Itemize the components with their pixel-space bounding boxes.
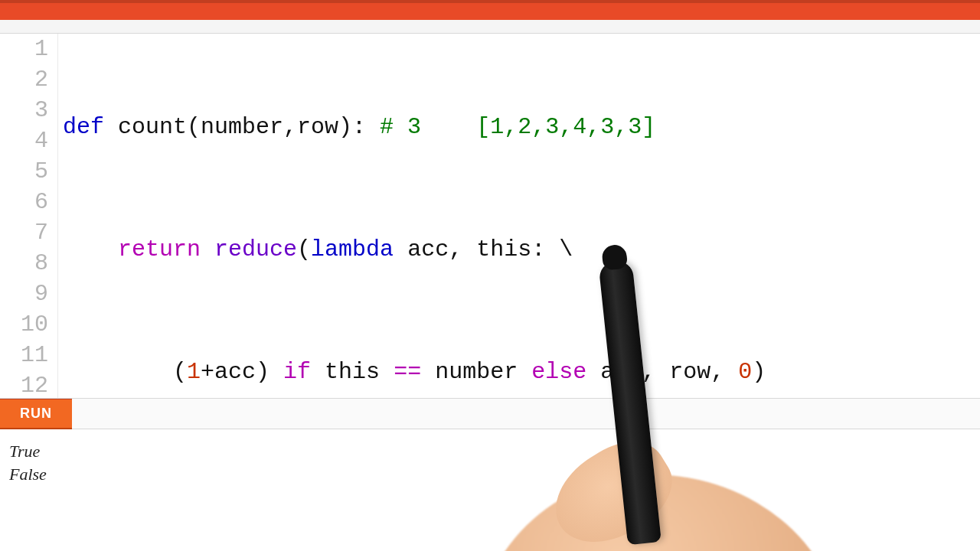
output-line: False [9, 463, 971, 486]
line-number: 3 [0, 95, 48, 126]
output-panel[interactable]: True False [0, 429, 980, 551]
code-line[interactable]: return reduce(lambda acc, this: \ [63, 234, 980, 265]
line-number: 6 [0, 187, 48, 217]
run-bar: RUN [0, 398, 980, 429]
code-area[interactable]: def count(number,row): # 3 [1,2,3,4,3,3]… [58, 34, 980, 398]
run-button[interactable]: RUN [0, 399, 72, 429]
code-line[interactable]: (1+acc) if this == number else acc, row,… [63, 357, 980, 387]
line-number: 11 [0, 340, 48, 370]
editor-toolbar [0, 20, 980, 34]
line-number: 8 [0, 248, 48, 279]
code-editor[interactable]: 1 2 3 4 5 6 7 8 9 10 11 12 def count(num… [0, 34, 980, 398]
line-number: 2 [0, 64, 48, 95]
output-line: True [9, 440, 971, 463]
line-number: 1 [0, 34, 48, 64]
line-number: 5 [0, 156, 48, 187]
line-number: 7 [0, 217, 48, 248]
window-topbar [0, 0, 980, 20]
line-number: 12 [0, 370, 48, 398]
line-number: 10 [0, 309, 48, 340]
line-number: 4 [0, 126, 48, 156]
code-line[interactable]: def count(number,row): # 3 [1,2,3,4,3,3] [63, 112, 980, 142]
line-number: 9 [0, 279, 48, 309]
line-number-gutter: 1 2 3 4 5 6 7 8 9 10 11 12 [0, 34, 58, 398]
